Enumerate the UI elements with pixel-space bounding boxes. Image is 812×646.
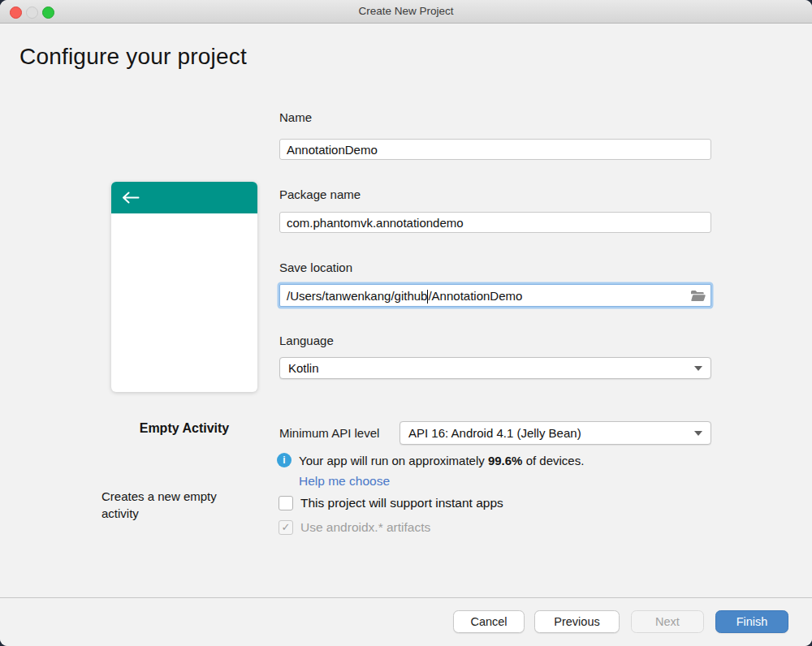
androidx-checkbox-label: Use androidx.* artifacts [300,520,430,535]
package-name-label: Package name [279,187,361,201]
page-title: Configure your project [19,44,247,70]
min-api-label: Minimum API level [279,426,379,440]
min-api-select-value: API 16: Android 4.1 (Jelly Bean) [408,426,581,440]
language-label: Language [279,334,334,347]
language-select-value: Kotlin [288,361,319,375]
previous-button[interactable]: Previous [534,610,620,633]
save-location-value-after-caret: /AnnotationDemo [428,289,522,303]
help-me-choose-link[interactable]: Help me choose [299,474,390,489]
window-title: Create New Project [0,0,812,23]
androidx-checkbox: ✓ [279,520,293,535]
next-button: Next [631,610,704,633]
create-new-project-dialog: Create New Project Configure your projec… [0,0,812,646]
api-info-row: i Your app will run on approximately 99.… [277,453,584,467]
api-info-text-after: of devices. [522,454,584,467]
save-location-label: Save location [279,261,352,274]
template-name: Empty Activity [111,421,257,436]
api-info-percentage: 99.6% [488,454,523,467]
info-icon: i [277,453,292,467]
api-info-text-before: Your app will run on approximately [299,454,488,467]
template-description: Creates a new empty activity [102,488,256,522]
package-name-input-value: com.phantomvk.annotationdemo [287,216,464,230]
title-bar: Create New Project [0,0,812,24]
save-location-value-before-caret: /Users/tanwenkang/github [287,289,427,303]
cancel-button[interactable]: Cancel [453,610,525,633]
androidx-checkbox-row: ✓ Use androidx.* artifacts [279,520,430,535]
package-name-input[interactable]: com.phantomvk.annotationdemo [279,212,711,233]
api-info-text: Your app will run on approximately 99.6%… [299,454,584,467]
chevron-down-icon [694,431,702,436]
instant-apps-checkbox-row[interactable]: This project will support instant apps [279,496,503,510]
template-preview-card [111,182,257,392]
dialog-footer: Cancel Previous Next Finish [0,597,812,646]
instant-apps-checkbox[interactable] [279,496,293,510]
min-api-select[interactable]: API 16: Android 4.1 (Jelly Bean) [400,421,711,445]
template-preview-header [111,182,257,213]
language-select[interactable]: Kotlin [279,357,711,379]
name-input-value: AnnotationDemo [287,143,378,157]
back-arrow-icon[interactable] [121,191,140,205]
finish-button[interactable]: Finish [715,610,788,633]
instant-apps-checkbox-label: This project will support instant apps [300,496,503,510]
save-location-input[interactable]: /Users/tanwenkang/github/AnnotationDemo [279,284,711,307]
folder-open-icon[interactable] [689,288,706,303]
chevron-down-icon [694,366,702,371]
name-input[interactable]: AnnotationDemo [279,139,711,160]
name-label: Name [279,110,312,124]
